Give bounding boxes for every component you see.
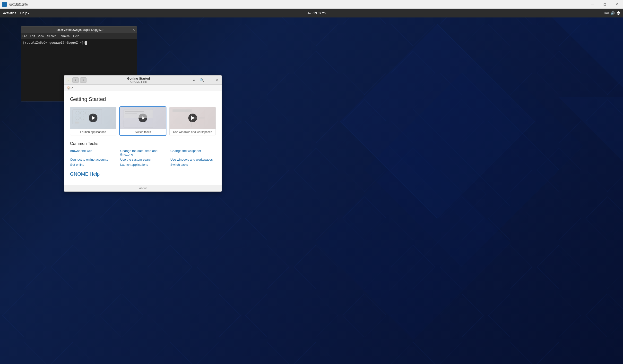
terminal-menu-file[interactable]: File xyxy=(22,35,27,38)
terminal-menu-edit[interactable]: Edit xyxy=(30,35,35,38)
help-titlebar: ? < > Getting Started GNOME Help ★ 🔍 ☰ ✕ xyxy=(64,76,222,85)
task-link-switch[interactable]: Switch tasks xyxy=(170,163,216,166)
video-thumb-3 xyxy=(170,107,216,129)
datetime-display: Jan 13 09:26 xyxy=(307,11,326,15)
gnome-topbar-left: Activities Help ▾ xyxy=(3,11,29,15)
app-icon xyxy=(2,2,7,7)
help-content: Getting Started xyxy=(64,91,222,188)
svg-rect-22 xyxy=(125,111,144,112)
terminal-close-button[interactable]: ✕ xyxy=(132,28,135,32)
svg-rect-19 xyxy=(75,121,79,123)
breadcrumb[interactable]: 🏠 > xyxy=(64,85,222,91)
gnome-topbar: Activities Help ▾ Jan 13 09:26 ⌨ 🔊 ⏻ xyxy=(0,9,623,18)
terminal-menu-terminal[interactable]: Terminal xyxy=(59,35,70,38)
gnome-topbar-right: ⌨ 🔊 ⏻ xyxy=(604,11,620,15)
terminal-menubar: File Edit View Search Terminal Help xyxy=(21,33,137,39)
video-label-3: Use windows and workspaces xyxy=(170,129,216,135)
common-tasks-title: Common Tasks xyxy=(70,141,216,146)
minimize-button[interactable]: — xyxy=(587,0,599,8)
task-link-search[interactable]: Use the system search xyxy=(120,158,166,161)
gnome-help-link[interactable]: GNOME Help xyxy=(70,171,216,177)
video-thumb-2 xyxy=(120,107,166,129)
video-label-1: Launch applications xyxy=(70,129,116,135)
svg-point-17 xyxy=(76,116,79,120)
menu-button[interactable]: ☰ xyxy=(206,77,213,83)
help-titlebar-right: ★ 🔍 ☰ ✕ xyxy=(191,77,220,83)
video-card-launch[interactable]: Launch applications xyxy=(70,107,116,135)
activities-button[interactable]: Activities xyxy=(3,11,16,15)
power-icon[interactable]: ⏻ xyxy=(617,11,620,15)
terminal-prompt: [root@iZm5eOwhgeuawpI740bggoZ ~]# xyxy=(23,41,135,45)
task-link-datetime[interactable]: Change the date, time and timezone xyxy=(120,149,166,156)
task-link-windows[interactable]: Use windows and workspaces xyxy=(170,158,216,161)
task-link-accounts[interactable]: Connect to online accounts xyxy=(70,158,115,161)
help-titlebar-left: ? < > xyxy=(66,77,87,83)
tasks-grid: Browse the web Change the date, time and… xyxy=(70,149,216,166)
page-title: Getting Started xyxy=(70,96,216,102)
terminal-titlebar: root@iZm5eOwhgeuawpI740bggoZ:~ ✕ xyxy=(21,26,137,33)
video-card-switch[interactable]: Switch tasks xyxy=(120,107,166,135)
help-subtitle: GNOME Help xyxy=(87,80,191,83)
svg-rect-26 xyxy=(194,119,205,127)
svg-rect-21 xyxy=(124,119,153,128)
back-button[interactable]: < xyxy=(72,77,79,83)
svg-rect-27 xyxy=(173,109,191,112)
terminal-menu-view[interactable]: View xyxy=(38,35,44,38)
help-footer: About xyxy=(64,185,222,191)
forward-button[interactable]: > xyxy=(80,77,87,83)
bookmark-button[interactable]: ★ xyxy=(191,77,197,83)
maximize-button[interactable]: □ xyxy=(599,0,611,8)
help-window: ? < > Getting Started GNOME Help ★ 🔍 ☰ ✕… xyxy=(64,75,222,192)
close-window-button[interactable]: ✕ xyxy=(611,0,623,8)
windows-titlebar: 远程桌面连接 — □ ✕ xyxy=(0,0,623,9)
help-title: Getting Started xyxy=(87,77,191,80)
help-close-button[interactable]: ✕ xyxy=(214,77,220,83)
video-thumb-1 xyxy=(70,107,116,129)
video-label-2: Switch tasks xyxy=(120,129,166,135)
help-menu-button[interactable]: Help ▾ xyxy=(20,11,29,15)
volume-icon[interactable]: 🔊 xyxy=(611,11,615,15)
svg-point-13 xyxy=(80,111,84,115)
keyboard-icon: ⌨ xyxy=(604,11,609,15)
video-cards: Launch applications Switch tasks xyxy=(70,107,216,135)
svg-rect-23 xyxy=(125,113,137,114)
svg-point-15 xyxy=(90,111,94,115)
terminal-menu-help[interactable]: Help xyxy=(73,35,79,38)
windows-titlebar-left: 远程桌面连接 xyxy=(0,2,28,7)
svg-point-14 xyxy=(85,111,89,115)
svg-point-16 xyxy=(95,111,99,115)
svg-point-12 xyxy=(76,111,79,115)
svg-point-18 xyxy=(80,116,84,120)
task-link-launch[interactable]: Launch applications xyxy=(120,163,166,166)
terminal-cursor xyxy=(85,41,87,45)
task-link-wallpaper[interactable]: Change the wallpaper xyxy=(170,149,216,156)
terminal-menu-search[interactable]: Search xyxy=(47,35,56,38)
search-button[interactable]: 🔍 xyxy=(198,77,205,83)
help-app-icon: ? xyxy=(66,78,71,82)
task-link-online[interactable]: Get online xyxy=(70,163,115,166)
task-link-browse[interactable]: Browse the web xyxy=(70,149,115,156)
footer-about[interactable]: About xyxy=(139,187,147,190)
terminal-content[interactable]: [root@iZm5eOwhgeuawpI740bggoZ ~]# xyxy=(21,39,137,47)
help-titlebar-center: Getting Started GNOME Help xyxy=(87,77,191,83)
window-controls: — □ ✕ xyxy=(587,0,623,8)
windows-title: 远程桌面连接 xyxy=(9,2,28,7)
terminal-title: root@iZm5eOwhgeuawpI740bggoZ:~ xyxy=(28,28,132,32)
video-card-windows[interactable]: Use windows and workspaces xyxy=(169,107,216,135)
svg-rect-25 xyxy=(194,109,205,118)
